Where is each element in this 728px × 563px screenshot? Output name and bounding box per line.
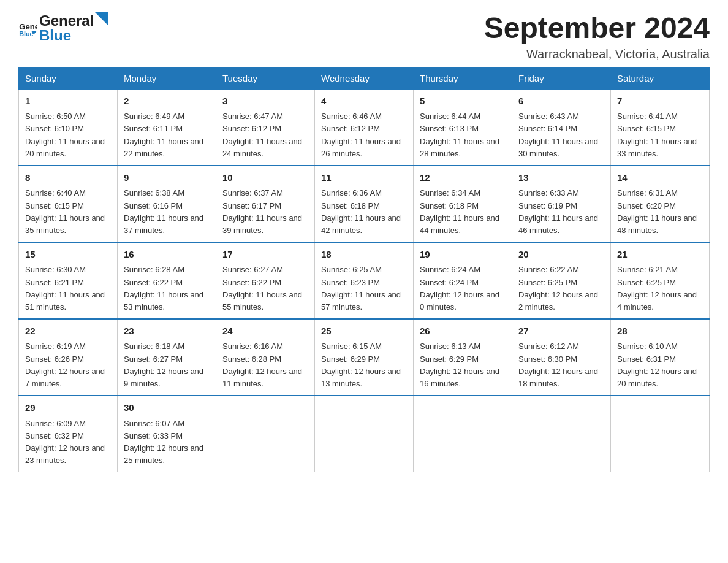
day-info: Sunrise: 6:25 AMSunset: 6:23 PMDaylight:… bbox=[321, 264, 407, 313]
day-number: 25 bbox=[321, 324, 407, 339]
day-info: Sunrise: 6:33 AMSunset: 6:19 PMDaylight:… bbox=[518, 187, 604, 237]
calendar-cell: 16 Sunrise: 6:28 AMSunset: 6:22 PMDaylig… bbox=[118, 242, 216, 319]
calendar-cell: 23 Sunrise: 6:18 AMSunset: 6:27 PMDaylig… bbox=[118, 319, 216, 396]
calendar-cell bbox=[216, 396, 315, 472]
day-info: Sunrise: 6:50 AMSunset: 6:10 PMDaylight:… bbox=[25, 110, 111, 160]
calendar-cell: 20 Sunrise: 6:22 AMSunset: 6:25 PMDaylig… bbox=[512, 242, 611, 319]
calendar-cell: 1 Sunrise: 6:50 AMSunset: 6:10 PMDayligh… bbox=[19, 89, 118, 166]
calendar-cell: 11 Sunrise: 6:36 AMSunset: 6:18 PMDaylig… bbox=[315, 166, 414, 242]
calendar-cell bbox=[512, 396, 611, 472]
day-number: 17 bbox=[222, 248, 308, 262]
calendar-cell: 10 Sunrise: 6:37 AMSunset: 6:17 PMDaylig… bbox=[216, 166, 315, 242]
logo-blue: Blue bbox=[39, 27, 108, 44]
month-title: September 2024 bbox=[484, 12, 710, 45]
calendar-table: SundayMondayTuesdayWednesdayThursdayFrid… bbox=[18, 67, 710, 472]
calendar-cell: 14 Sunrise: 6:31 AMSunset: 6:20 PMDaylig… bbox=[611, 166, 710, 242]
day-info: Sunrise: 6:30 AMSunset: 6:21 PMDaylight:… bbox=[25, 264, 111, 313]
calendar-cell: 2 Sunrise: 6:49 AMSunset: 6:11 PMDayligh… bbox=[118, 89, 216, 166]
day-info: Sunrise: 6:24 AMSunset: 6:24 PMDaylight:… bbox=[420, 264, 506, 313]
day-number: 28 bbox=[617, 324, 703, 339]
day-info: Sunrise: 6:41 AMSunset: 6:15 PMDaylight:… bbox=[617, 110, 703, 160]
calendar-cell: 3 Sunrise: 6:47 AMSunset: 6:12 PMDayligh… bbox=[216, 89, 315, 166]
calendar-cell: 13 Sunrise: 6:33 AMSunset: 6:19 PMDaylig… bbox=[512, 166, 611, 242]
day-info: Sunrise: 6:37 AMSunset: 6:17 PMDaylight:… bbox=[222, 187, 308, 237]
day-info: Sunrise: 6:13 AMSunset: 6:29 PMDaylight:… bbox=[420, 340, 506, 390]
calendar-cell: 4 Sunrise: 6:46 AMSunset: 6:12 PMDayligh… bbox=[315, 89, 414, 166]
svg-marker-3 bbox=[95, 12, 108, 26]
calendar-cell: 24 Sunrise: 6:16 AMSunset: 6:28 PMDaylig… bbox=[216, 319, 315, 396]
calendar-cell: 17 Sunrise: 6:27 AMSunset: 6:22 PMDaylig… bbox=[216, 242, 315, 319]
day-number: 3 bbox=[222, 94, 308, 109]
calendar-header-row: SundayMondayTuesdayWednesdayThursdayFrid… bbox=[19, 67, 710, 89]
calendar-cell: 22 Sunrise: 6:19 AMSunset: 6:26 PMDaylig… bbox=[19, 319, 118, 396]
day-number: 6 bbox=[518, 94, 604, 109]
day-number: 15 bbox=[25, 248, 111, 262]
svg-text:Blue: Blue bbox=[19, 30, 33, 37]
calendar-cell: 28 Sunrise: 6:10 AMSunset: 6:31 PMDaylig… bbox=[611, 319, 710, 396]
calendar-cell: 5 Sunrise: 6:44 AMSunset: 6:13 PMDayligh… bbox=[414, 89, 512, 166]
calendar-cell: 18 Sunrise: 6:25 AMSunset: 6:23 PMDaylig… bbox=[315, 242, 414, 319]
day-number: 18 bbox=[321, 248, 407, 262]
day-info: Sunrise: 6:19 AMSunset: 6:26 PMDaylight:… bbox=[25, 340, 111, 390]
calendar-cell: 7 Sunrise: 6:41 AMSunset: 6:15 PMDayligh… bbox=[611, 89, 710, 166]
calendar-week-row: 1 Sunrise: 6:50 AMSunset: 6:10 PMDayligh… bbox=[19, 89, 710, 166]
calendar-header-monday: Monday bbox=[118, 67, 216, 89]
calendar-cell: 26 Sunrise: 6:13 AMSunset: 6:29 PMDaylig… bbox=[414, 319, 512, 396]
calendar-cell: 15 Sunrise: 6:30 AMSunset: 6:21 PMDaylig… bbox=[19, 242, 118, 319]
calendar-cell bbox=[414, 396, 512, 472]
day-info: Sunrise: 6:12 AMSunset: 6:30 PMDaylight:… bbox=[518, 340, 604, 390]
day-info: Sunrise: 6:38 AMSunset: 6:16 PMDaylight:… bbox=[124, 187, 210, 237]
day-number: 10 bbox=[222, 171, 308, 185]
day-info: Sunrise: 6:15 AMSunset: 6:29 PMDaylight:… bbox=[321, 340, 407, 390]
calendar-week-row: 8 Sunrise: 6:40 AMSunset: 6:15 PMDayligh… bbox=[19, 166, 710, 242]
calendar-cell: 25 Sunrise: 6:15 AMSunset: 6:29 PMDaylig… bbox=[315, 319, 414, 396]
calendar-header-thursday: Thursday bbox=[414, 67, 512, 89]
calendar-cell: 21 Sunrise: 6:21 AMSunset: 6:25 PMDaylig… bbox=[611, 242, 710, 319]
day-info: Sunrise: 6:34 AMSunset: 6:18 PMDaylight:… bbox=[420, 187, 506, 237]
calendar-week-row: 15 Sunrise: 6:30 AMSunset: 6:21 PMDaylig… bbox=[19, 242, 710, 319]
calendar-header-friday: Friday bbox=[512, 67, 611, 89]
day-info: Sunrise: 6:46 AMSunset: 6:12 PMDaylight:… bbox=[321, 110, 407, 160]
calendar-cell: 12 Sunrise: 6:34 AMSunset: 6:18 PMDaylig… bbox=[414, 166, 512, 242]
day-number: 12 bbox=[420, 171, 506, 185]
day-number: 16 bbox=[124, 248, 210, 262]
day-info: Sunrise: 6:18 AMSunset: 6:27 PMDaylight:… bbox=[124, 340, 210, 390]
day-info: Sunrise: 6:47 AMSunset: 6:12 PMDaylight:… bbox=[222, 110, 308, 160]
day-info: Sunrise: 6:31 AMSunset: 6:20 PMDaylight:… bbox=[617, 187, 703, 237]
calendar-header-saturday: Saturday bbox=[611, 67, 710, 89]
location-subtitle: Warracknabeal, Victoria, Australia bbox=[484, 47, 710, 61]
day-number: 13 bbox=[518, 171, 604, 185]
logo-triangle-icon bbox=[95, 12, 108, 26]
day-number: 21 bbox=[617, 248, 703, 262]
day-info: Sunrise: 6:21 AMSunset: 6:25 PMDaylight:… bbox=[617, 264, 703, 313]
calendar-cell: 6 Sunrise: 6:43 AMSunset: 6:14 PMDayligh… bbox=[512, 89, 611, 166]
calendar-week-row: 29 Sunrise: 6:09 AMSunset: 6:32 PMDaylig… bbox=[19, 396, 710, 472]
title-area: September 2024 Warracknabeal, Victoria, … bbox=[484, 12, 710, 61]
day-info: Sunrise: 6:10 AMSunset: 6:31 PMDaylight:… bbox=[617, 340, 703, 390]
day-number: 29 bbox=[25, 401, 111, 415]
day-number: 9 bbox=[124, 171, 210, 185]
day-info: Sunrise: 6:28 AMSunset: 6:22 PMDaylight:… bbox=[124, 264, 210, 313]
logo-icon: General Blue bbox=[18, 19, 37, 37]
day-number: 2 bbox=[124, 94, 210, 109]
day-info: Sunrise: 6:09 AMSunset: 6:32 PMDaylight:… bbox=[25, 418, 111, 467]
day-number: 30 bbox=[124, 401, 210, 415]
day-number: 23 bbox=[124, 324, 210, 339]
day-number: 1 bbox=[25, 94, 111, 109]
day-info: Sunrise: 6:44 AMSunset: 6:13 PMDaylight:… bbox=[420, 110, 506, 160]
day-info: Sunrise: 6:16 AMSunset: 6:28 PMDaylight:… bbox=[222, 340, 308, 390]
day-info: Sunrise: 6:36 AMSunset: 6:18 PMDaylight:… bbox=[321, 187, 407, 237]
calendar-header-sunday: Sunday bbox=[19, 67, 118, 89]
calendar-cell: 9 Sunrise: 6:38 AMSunset: 6:16 PMDayligh… bbox=[118, 166, 216, 242]
logo: General Blue General Blue bbox=[18, 12, 108, 44]
calendar-header-tuesday: Tuesday bbox=[216, 67, 315, 89]
day-number: 8 bbox=[25, 171, 111, 185]
calendar-cell: 29 Sunrise: 6:09 AMSunset: 6:32 PMDaylig… bbox=[19, 396, 118, 472]
day-number: 4 bbox=[321, 94, 407, 109]
calendar-cell bbox=[611, 396, 710, 472]
calendar-cell: 19 Sunrise: 6:24 AMSunset: 6:24 PMDaylig… bbox=[414, 242, 512, 319]
day-number: 20 bbox=[518, 248, 604, 262]
day-info: Sunrise: 6:27 AMSunset: 6:22 PMDaylight:… bbox=[222, 264, 308, 313]
day-info: Sunrise: 6:22 AMSunset: 6:25 PMDaylight:… bbox=[518, 264, 604, 313]
day-info: Sunrise: 6:49 AMSunset: 6:11 PMDaylight:… bbox=[124, 110, 210, 160]
